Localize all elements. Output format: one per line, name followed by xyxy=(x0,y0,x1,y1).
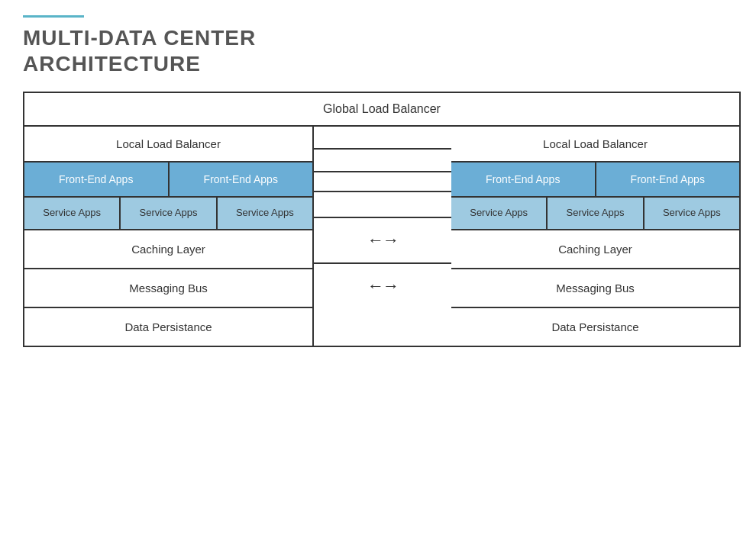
page-title: MULTI-DATA CENTER ARCHITECTURE xyxy=(23,25,733,76)
right-service-cell-2: Service Apps xyxy=(548,198,644,229)
left-service-cell-2: Service Apps xyxy=(121,198,217,229)
mid-service-spacer xyxy=(314,172,451,192)
right-frontend-cell-2: Front-End Apps xyxy=(596,163,740,196)
messaging-arrow: ←→ xyxy=(314,218,451,264)
left-service-row: Service Apps Service Apps Service Apps xyxy=(24,198,312,230)
right-frontend-cell-1: Front-End Apps xyxy=(451,163,596,196)
accent-line xyxy=(23,15,84,18)
left-data: Data Persistance xyxy=(24,308,312,346)
right-messaging: Messaging Bus xyxy=(451,269,739,308)
right-service-cell-1: Service Apps xyxy=(451,198,548,229)
middle-column: ←→ ←→ xyxy=(314,127,451,346)
page: MULTI-DATA CENTER ARCHITECTURE Global Lo… xyxy=(0,0,756,544)
diagram-content: Local Load Balancer Front-End Apps Front… xyxy=(24,127,739,346)
left-messaging: Messaging Bus xyxy=(24,269,312,308)
left-caching: Caching Layer xyxy=(24,230,312,269)
right-data: Data Persistance xyxy=(451,308,739,346)
right-caching: Caching Layer xyxy=(451,230,739,269)
global-lb-row: Global Load Balancer xyxy=(24,93,739,127)
mid-caching-spacer xyxy=(314,192,451,218)
right-service-row: Service Apps Service Apps Service Apps xyxy=(451,198,739,230)
left-frontend-cell-1: Front-End Apps xyxy=(24,163,170,196)
left-frontend-row: Front-End Apps Front-End Apps xyxy=(24,163,312,198)
mid-frontend-spacer xyxy=(314,150,451,172)
right-frontend-row: Front-End Apps Front-End Apps xyxy=(451,163,739,198)
left-service-cell-3: Service Apps xyxy=(218,198,312,229)
global-lb-label: Global Load Balancer xyxy=(323,102,441,115)
left-frontend-cell-2: Front-End Apps xyxy=(170,163,313,196)
left-service-cell-1: Service Apps xyxy=(24,198,121,229)
data-arrow: ←→ xyxy=(314,264,451,308)
mid-local-lb-spacer xyxy=(314,127,451,150)
right-datacenter: Local Load Balancer Front-End Apps Front… xyxy=(451,127,739,346)
architecture-diagram: Global Load Balancer Local Load Balancer… xyxy=(23,92,741,347)
left-local-lb: Local Load Balancer xyxy=(24,127,312,163)
right-service-cell-3: Service Apps xyxy=(645,198,739,229)
right-local-lb: Local Load Balancer xyxy=(451,127,739,163)
left-datacenter: Local Load Balancer Front-End Apps Front… xyxy=(24,127,314,346)
